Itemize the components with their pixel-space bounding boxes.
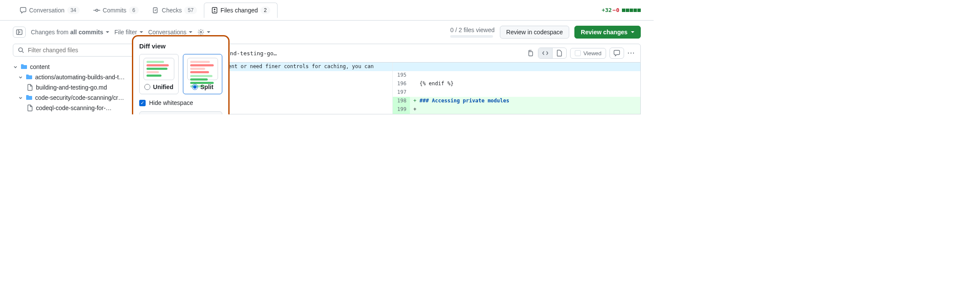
deletions-count: −0 <box>612 7 619 13</box>
review-changes-label: Review changes <box>581 29 627 36</box>
diff-blocks <box>622 9 641 12</box>
viewed-checkbox[interactable]: Viewed <box>570 48 606 59</box>
radio-checked-icon <box>192 84 198 90</box>
tree-folder-row[interactable]: actions/automating-builds-and-t… <box>13 72 137 82</box>
diff-stats: +32 −0 <box>602 7 641 13</box>
conversations-dropdown[interactable]: Conversations <box>148 29 193 36</box>
caret-down-icon <box>189 31 192 33</box>
file-filter-dropdown[interactable]: File filter <box>114 29 143 36</box>
copy-icon <box>527 50 534 57</box>
file-diff-icon <box>211 7 218 14</box>
code-content <box>410 88 640 97</box>
file-filter-label: File filter <box>114 29 137 36</box>
folder-icon <box>21 63 27 70</box>
code-content: + <box>410 105 640 114</box>
view-mode-toggle <box>538 48 567 59</box>
file-comment-button[interactable] <box>610 48 624 59</box>
chevron-down-icon <box>13 64 18 69</box>
files-viewed-text: 0 / 2 files viewed <box>450 27 495 33</box>
line-number: 199 <box>393 105 410 114</box>
tree-folder-row[interactable]: code-security/code-scanning/cr… <box>13 93 137 103</box>
source-view-button[interactable] <box>538 48 553 58</box>
diff-settings-popover: Diff view Unified <box>132 35 230 114</box>
checkbox-icon <box>575 50 581 56</box>
file-icon <box>27 84 33 91</box>
chevron-down-icon <box>18 95 23 100</box>
search-icon <box>18 47 24 54</box>
apply-and-reload-button[interactable]: Apply and reload <box>139 111 222 114</box>
changes-from-label: Changes from <box>31 29 69 36</box>
sidebar-toggle-button[interactable] <box>13 27 26 38</box>
split-label: Split <box>200 84 213 90</box>
folder-name: actions/automating-builds-and-t… <box>35 74 137 81</box>
radio-icon <box>144 84 150 90</box>
code-content: {% endif %} <box>410 80 640 88</box>
tab-label: Checks <box>162 7 182 14</box>
line-number: 197 <box>393 88 410 97</box>
svg-line-12 <box>22 51 24 53</box>
hide-whitespace-label: Hide whitespace <box>149 99 193 106</box>
review-changes-button[interactable]: Review changes <box>574 26 641 39</box>
sidebar-collapse-icon <box>16 29 23 36</box>
tab-count: 6 <box>129 6 139 14</box>
checklist-icon <box>152 7 159 14</box>
unified-preview-icon <box>143 58 174 80</box>
conversations-label: Conversations <box>148 29 187 36</box>
code-content <box>410 71 640 80</box>
filter-files-input-wrap[interactable] <box>13 44 137 57</box>
tree-file-row[interactable]: building-and-testing-go.md <box>13 82 137 93</box>
tab-conversation[interactable]: Conversation 34 <box>13 3 87 18</box>
caret-down-icon <box>631 31 634 33</box>
folder-icon <box>26 74 33 81</box>
comment-icon <box>20 7 27 14</box>
checkbox-checked-icon: ✓ <box>139 100 146 106</box>
line-number: 196 <box>393 80 410 88</box>
hide-whitespace-checkbox[interactable]: ✓ Hide whitespace <box>139 99 222 106</box>
changes-from-dropdown[interactable]: Changes from all commits <box>31 29 109 36</box>
svg-point-10 <box>200 31 202 33</box>
filter-files-input[interactable] <box>28 47 132 54</box>
file-menu-button[interactable]: ··· <box>627 50 635 57</box>
tab-count: 2 <box>260 6 270 14</box>
unified-label: Unified <box>153 84 173 90</box>
changes-from-value: all commits <box>70 29 103 36</box>
popover-title: Diff view <box>139 42 222 50</box>
diff-view-split-option[interactable]: Split <box>183 54 222 94</box>
diff-settings-button[interactable] <box>197 29 210 36</box>
svg-point-11 <box>19 48 23 52</box>
copy-path-button[interactable] <box>527 50 534 57</box>
tab-count: 57 <box>184 6 197 14</box>
files-viewed-progress <box>450 35 493 38</box>
line-number: 195 <box>393 71 410 80</box>
file-name: building-and-testing-go.md <box>36 84 129 91</box>
commit-icon <box>93 7 100 14</box>
rich-view-button[interactable] <box>553 48 566 58</box>
code-icon <box>542 50 549 57</box>
tab-label: Files changed <box>221 7 258 14</box>
gear-icon <box>197 29 204 36</box>
file-name: codeql-code-scanning-for-… <box>36 105 129 111</box>
split-preview-icon <box>187 58 218 80</box>
file-tree-panel: content actions/automating-builds-and-t…… <box>13 44 137 114</box>
file-icon <box>556 50 563 57</box>
svg-point-0 <box>96 9 98 11</box>
caret-down-icon <box>140 31 143 33</box>
diff-view-unified-option[interactable]: Unified <box>139 54 179 94</box>
tab-label: Conversation <box>29 7 65 14</box>
viewed-label: Viewed <box>583 50 601 57</box>
additions-count: +32 <box>602 7 612 13</box>
tab-commits[interactable]: Commits 6 <box>87 3 146 18</box>
folder-name: code-security/code-scanning/cr… <box>35 94 137 101</box>
chevron-down-icon <box>18 75 23 80</box>
tab-checks[interactable]: Checks 57 <box>146 3 204 18</box>
tab-files-changed[interactable]: Files changed 2 <box>204 3 278 18</box>
code-content: + ### Accessing private modules <box>410 97 640 105</box>
tab-count: 34 <box>67 6 80 14</box>
pr-tabs: Conversation 34 Commits 6 Checks 57 File… <box>0 0 654 21</box>
caret-down-icon <box>106 31 109 33</box>
tree-file-row[interactable]: codeql-code-scanning-for-… <box>13 103 137 113</box>
tab-label: Commits <box>103 7 126 14</box>
tree-folder-row[interactable]: content <box>13 62 137 72</box>
review-in-codespace-button[interactable]: Review in codespace <box>500 26 569 39</box>
caret-down-icon <box>207 31 210 33</box>
